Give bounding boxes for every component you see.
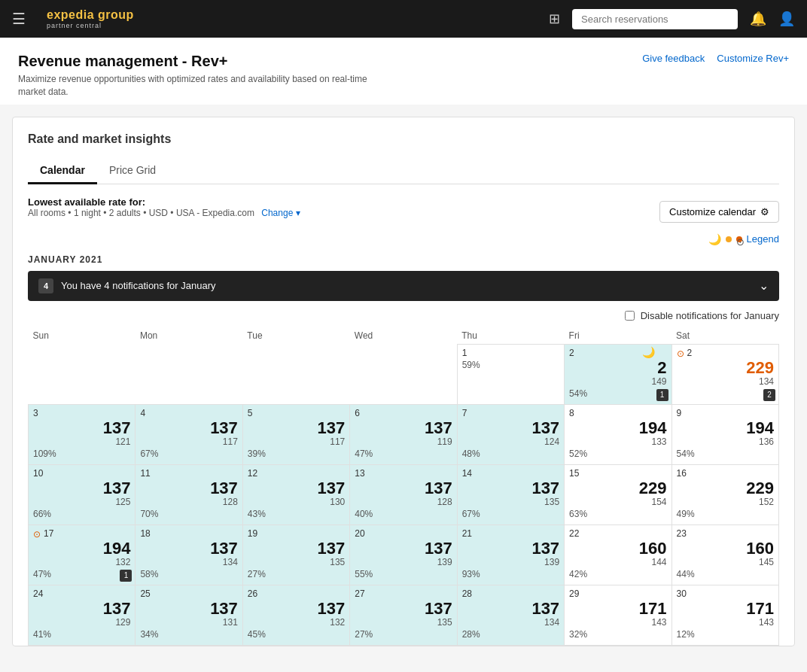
- table-row[interactable]: 2113713993%: [457, 525, 564, 585]
- table-row[interactable]: 613711947%: [350, 404, 457, 464]
- cal-rate-sub: 145: [677, 557, 774, 567]
- cal-pct: 42%: [569, 569, 666, 579]
- cal-rate-sub: 125: [33, 497, 130, 507]
- table-row[interactable]: 1213713043%: [242, 464, 349, 525]
- cal-date: 8: [569, 408, 666, 418]
- cal-date: 11: [140, 468, 237, 479]
- cal-rate-sub: 134: [677, 376, 774, 387]
- filter-change-link[interactable]: Change ▾: [261, 208, 300, 218]
- table-row[interactable]: 1113712870%: [136, 464, 242, 525]
- cal-pct: 34%: [140, 629, 237, 640]
- table-row[interactable]: ⊙22291342: [671, 344, 778, 404]
- cal-rate-sub: 117: [140, 436, 237, 447]
- disable-notifications-checkbox[interactable]: [625, 311, 635, 321]
- orange-dot-icon: ⊙: [736, 236, 742, 242]
- moon-icon: 🌙: [708, 233, 721, 245]
- table-row[interactable]: 2917114332%: [565, 585, 671, 645]
- cal-rate: 229: [677, 360, 774, 376]
- table-row[interactable]: 1013712566%: [29, 464, 136, 525]
- table-row[interactable]: 2713713527%: [350, 585, 457, 645]
- day-header-sat: Sat: [671, 327, 778, 345]
- cal-pct: 93%: [462, 569, 559, 579]
- cal-rate-sub: 129: [33, 617, 130, 628]
- legend-link[interactable]: Legend: [747, 233, 779, 245]
- search-input[interactable]: [572, 9, 738, 29]
- cal-pct: 40%: [355, 509, 452, 519]
- table-row[interactable]: 3017114312%: [671, 585, 778, 645]
- table-row[interactable]: ⊙1719413247%1: [29, 525, 136, 585]
- table-row[interactable]: 1913713527%: [242, 525, 349, 585]
- table-row[interactable]: 819413352%: [565, 404, 671, 464]
- cal-pct: 43%: [248, 509, 345, 519]
- cal-date: 24: [33, 588, 130, 599]
- cal-pct: 27%: [355, 629, 452, 640]
- grid-icon[interactable]: ⊞: [549, 11, 560, 27]
- table-row[interactable]: 1813713458%: [136, 525, 242, 585]
- table-row[interactable]: 2216014442%: [565, 525, 671, 585]
- table-row[interactable]: 513711739%: [242, 404, 349, 464]
- table-row[interactable]: [350, 344, 457, 404]
- table-row[interactable]: 2613713245%: [242, 585, 349, 645]
- customize-calendar-button[interactable]: Customize calendar ⚙: [659, 201, 779, 223]
- cal-rate-sub: 121: [33, 436, 130, 447]
- table-row[interactable]: [29, 344, 136, 404]
- legend-row: 🌙 ⊙ Legend: [28, 233, 779, 245]
- cal-rate-sub: 149: [569, 376, 666, 387]
- table-row[interactable]: 1313712840%: [350, 464, 457, 525]
- cal-date: 28: [462, 588, 559, 599]
- table-row[interactable]: 159%: [457, 344, 564, 404]
- table-row[interactable]: 1413713567%: [457, 464, 564, 525]
- user-icon[interactable]: 👤: [778, 11, 795, 27]
- cal-pct: 44%: [677, 569, 774, 579]
- cal-rate: 194: [33, 540, 130, 557]
- bell-icon[interactable]: 🔔: [750, 11, 766, 27]
- tab-calendar[interactable]: Calendar: [28, 158, 97, 184]
- table-row[interactable]: 1622915249%: [671, 464, 778, 525]
- cal-rate: 194: [569, 420, 666, 436]
- table-row[interactable]: 3137121109%: [29, 404, 136, 464]
- table-row[interactable]: 919413654%: [671, 404, 778, 464]
- cal-rate: 137: [140, 540, 237, 557]
- notification-chevron-icon[interactable]: ⌄: [759, 278, 769, 293]
- table-row[interactable]: 2513713134%: [136, 585, 242, 645]
- logo-main: expedia group: [47, 8, 134, 22]
- rate-market-card: Rate and market insights Calendar Price …: [12, 117, 795, 646]
- table-row[interactable]: 2316014544%: [671, 525, 778, 585]
- table-row[interactable]: 2813713428%: [457, 585, 564, 645]
- table-row[interactable]: 1522915463%: [565, 464, 671, 525]
- filter-row: Lowest available rate for: All rooms • 1…: [28, 196, 300, 218]
- table-row[interactable]: 2🌙214954%1: [565, 344, 671, 404]
- yellow-dot-icon: [726, 236, 732, 242]
- disable-notifications-label: Disable notifications for January: [641, 310, 779, 321]
- cal-rate-sub: 135: [355, 617, 452, 628]
- cal-pct: 67%: [140, 449, 237, 459]
- cal-pct: 54%: [569, 388, 666, 399]
- cal-rate: 160: [677, 540, 774, 557]
- cal-date: 10: [33, 468, 130, 479]
- day-header-wed: Wed: [350, 327, 457, 345]
- orange-alert-icon: ⊙: [33, 529, 41, 540]
- table-row[interactable]: 2013713955%: [350, 525, 457, 585]
- table-row[interactable]: [136, 344, 242, 404]
- tab-price-grid[interactable]: Price Grid: [97, 158, 168, 184]
- cal-rate: 229: [677, 480, 774, 497]
- cal-pct: 41%: [33, 629, 130, 640]
- cal-pct: 47%: [355, 449, 452, 459]
- cal-date: 1: [462, 348, 559, 358]
- hamburger-icon[interactable]: ☰: [12, 10, 26, 28]
- cal-date: 2: [687, 348, 693, 358]
- table-row[interactable]: 413711767%: [136, 404, 242, 464]
- cal-rate-sub: 131: [140, 617, 237, 628]
- customize-rev-link[interactable]: Customize Rev+: [717, 53, 789, 64]
- give-feedback-link[interactable]: Give feedback: [642, 53, 705, 64]
- cal-date: 19: [248, 528, 345, 539]
- table-row[interactable]: 2413712941%: [29, 585, 136, 645]
- cal-rate: 137: [248, 480, 345, 497]
- cal-pct: 12%: [677, 629, 774, 640]
- cal-date: 27: [355, 588, 452, 599]
- notification-badge: 4: [38, 278, 53, 293]
- cal-rate-sub: 128: [355, 497, 452, 507]
- table-row[interactable]: 713712448%: [457, 404, 564, 464]
- table-row[interactable]: [242, 344, 349, 404]
- cal-rate-sub: 143: [677, 617, 774, 628]
